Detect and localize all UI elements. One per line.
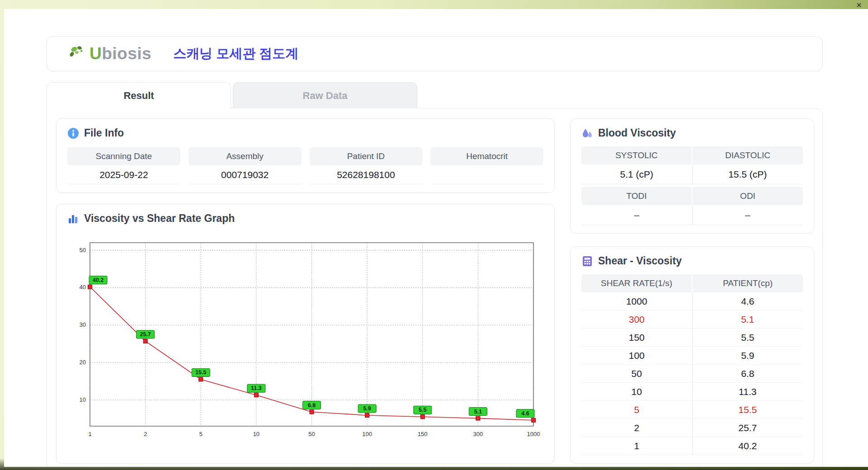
svg-text:4.6: 4.6 <box>521 410 529 417</box>
viscosity-graph-card: Viscosity vs Shear Rate Graph 1020304050… <box>56 204 555 464</box>
app-window: Ubiosis 스캐닝 모세관 점도계 Result Raw Data <box>4 9 868 467</box>
column-header-shear-rate: SHEAR RATE(1/s) <box>581 274 693 292</box>
field-value <box>430 165 543 184</box>
table-row: 1 40.2 <box>581 437 803 455</box>
svg-text:10: 10 <box>253 431 259 437</box>
cell-patient: 5.5 <box>693 329 803 347</box>
bv-header-todi: TODI <box>581 187 693 205</box>
field-label: Patient ID <box>310 147 423 165</box>
app-logo: Ubiosis <box>68 44 151 63</box>
table-row: 150 5.5 <box>581 329 803 347</box>
bv-header-diastolic: DIASTOLIC <box>693 146 803 164</box>
file-info-card: File Info Scanning Date 2025-09-22 Assem… <box>56 118 555 193</box>
field-label: Hematocrit <box>430 147 543 165</box>
cell-patient: 15.5 <box>693 401 803 419</box>
svg-text:6.8: 6.8 <box>308 402 316 409</box>
field-label: Scanning Date <box>67 147 180 165</box>
cell-shear: 300 <box>581 310 693 329</box>
field-hematocrit: Hematocrit <box>430 147 543 184</box>
table-row: 1000 4.6 <box>581 292 803 310</box>
svg-text:300: 300 <box>473 431 483 437</box>
grid-calculator-icon <box>581 255 593 267</box>
viscosity-chart: 10203040501251050100150300100040.225.715… <box>67 231 543 443</box>
table-row: 50 6.8 <box>581 365 803 383</box>
svg-text:50: 50 <box>80 247 86 254</box>
shear-viscosity-card: Shear - Viscosity SHEAR RATE(1/s) PATIEN… <box>570 246 814 464</box>
cell-patient: 6.8 <box>693 365 803 383</box>
bv-value-odi: – <box>693 205 803 225</box>
bv-header-systolic: SYSTOLIC <box>581 146 693 164</box>
cell-patient: 11.3 <box>693 383 803 401</box>
cell-shear: 150 <box>581 329 693 347</box>
svg-text:15.5: 15.5 <box>195 369 206 376</box>
blood-viscosity-title: Blood Viscosity <box>598 127 676 139</box>
field-scanning-date: Scanning Date 2025-09-22 <box>67 147 180 184</box>
page-title: 스캐닝 모세관 점도계 <box>173 45 298 63</box>
shear-viscosity-table: SHEAR RATE(1/s) PATIENT(cp) 1000 4.6 300… <box>581 274 803 455</box>
cell-patient: 5.9 <box>693 347 803 365</box>
file-info-title: File Info <box>84 127 124 139</box>
field-label: Assembly <box>189 147 302 165</box>
bv-value-todi: – <box>581 205 693 225</box>
cell-patient: 5.1 <box>693 310 803 329</box>
svg-text:50: 50 <box>308 431 315 437</box>
svg-text:1000: 1000 <box>527 431 540 437</box>
field-assembly: Assembly 000719032 <box>189 147 302 184</box>
header: Ubiosis 스캐닝 모세관 점도계 <box>47 36 823 71</box>
svg-text:30: 30 <box>80 321 86 328</box>
cell-shear: 10 <box>581 383 693 401</box>
result-panel: File Info Scanning Date 2025-09-22 Assem… <box>47 108 823 467</box>
cell-shear: 1000 <box>581 292 693 310</box>
cell-patient: 4.6 <box>693 292 803 310</box>
field-value: 000719032 <box>189 165 302 184</box>
tab-bar: Result Raw Data <box>47 82 868 108</box>
svg-text:40.2: 40.2 <box>93 277 104 283</box>
cell-shear: 1 <box>581 437 693 455</box>
table-row: 10 11.3 <box>581 383 803 401</box>
svg-text:5.5: 5.5 <box>419 407 426 413</box>
svg-text:10: 10 <box>80 396 86 403</box>
logo-text: Ubiosis <box>90 44 151 63</box>
table-row: 300 5.1 <box>581 310 803 329</box>
table-row: 100 5.9 <box>581 347 803 365</box>
field-value: 52628198100 <box>310 165 423 184</box>
table-row: 2 25.7 <box>581 419 803 437</box>
field-patient-id: Patient ID 52628198100 <box>310 147 423 184</box>
bv-value-diastolic: 15.5 (cP) <box>693 164 803 184</box>
svg-text:40: 40 <box>80 284 86 291</box>
svg-text:11.3: 11.3 <box>251 385 262 391</box>
blood-viscosity-card: Blood Viscosity SYSTOLIC DIASTOLIC 5.1 (… <box>570 118 814 234</box>
cell-patient: 25.7 <box>693 419 803 437</box>
svg-text:5: 5 <box>199 431 203 437</box>
graph-title: Viscosity vs Shear Rate Graph <box>84 212 235 225</box>
cell-shear: 50 <box>581 365 693 383</box>
info-icon <box>67 127 79 139</box>
svg-text:1: 1 <box>88 431 91 437</box>
svg-text:150: 150 <box>418 431 428 437</box>
bv-value-systolic: 5.1 (cP) <box>581 164 693 184</box>
svg-text:25.7: 25.7 <box>140 331 151 338</box>
bv-header-odi: ODI <box>693 187 803 205</box>
tab-result[interactable]: Result <box>47 82 231 108</box>
cell-shear: 2 <box>581 419 693 437</box>
tab-raw-data[interactable]: Raw Data <box>233 82 417 108</box>
column-header-patient: PATIENT(cp) <box>693 274 803 292</box>
shear-viscosity-title: Shear - Viscosity <box>598 255 682 267</box>
bar-chart-icon <box>67 213 79 225</box>
close-icon[interactable]: × <box>856 0 862 9</box>
field-value: 2025-09-22 <box>67 165 180 184</box>
svg-text:5.9: 5.9 <box>363 405 371 412</box>
cell-shear: 100 <box>581 347 693 365</box>
cell-shear: 5 <box>581 401 693 419</box>
leaf-logo-icon <box>68 45 87 63</box>
svg-text:5.1: 5.1 <box>474 409 482 415</box>
droplet-icon <box>581 127 593 139</box>
svg-text:100: 100 <box>362 431 372 437</box>
svg-text:2: 2 <box>144 431 147 437</box>
svg-text:20: 20 <box>80 359 86 366</box>
cell-patient: 40.2 <box>693 437 803 455</box>
table-row: 5 15.5 <box>581 401 803 419</box>
